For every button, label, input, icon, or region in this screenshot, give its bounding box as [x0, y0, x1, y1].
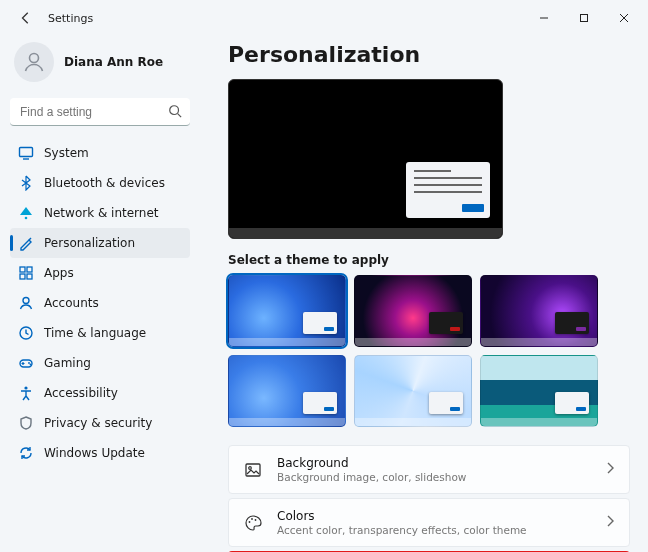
system-icon — [18, 145, 34, 161]
back-button[interactable] — [10, 2, 42, 34]
svg-point-20 — [249, 521, 251, 523]
theme-option-4[interactable] — [354, 355, 472, 427]
setting-text: BackgroundBackground image, color, slide… — [277, 456, 591, 483]
theme-mini-preview — [429, 392, 463, 414]
setting-subtitle: Background image, color, slideshow — [277, 471, 591, 483]
sidebar-item-time-language[interactable]: Time & language — [10, 318, 190, 348]
svg-point-16 — [30, 364, 32, 366]
close-button[interactable] — [604, 4, 644, 32]
avatar — [14, 42, 54, 82]
theme-mini-preview — [303, 312, 337, 334]
bluetooth-icon — [18, 175, 34, 191]
search-box — [10, 98, 190, 126]
svg-rect-8 — [20, 267, 25, 272]
svg-line-4 — [178, 114, 182, 118]
network-icon — [18, 205, 34, 221]
svg-point-21 — [251, 518, 253, 520]
chevron-right-icon — [605, 515, 615, 530]
theme-option-2[interactable] — [480, 275, 598, 347]
titlebar: Settings — [0, 0, 648, 36]
theme-mini-preview — [429, 312, 463, 334]
setting-title: Background — [277, 456, 591, 470]
setting-title: Colors — [277, 509, 591, 523]
gaming-icon — [18, 355, 34, 371]
sidebar-item-label: Privacy & security — [44, 416, 152, 430]
svg-point-22 — [255, 519, 257, 521]
time-icon — [18, 325, 34, 341]
svg-rect-1 — [581, 15, 588, 22]
minimize-button[interactable] — [524, 4, 564, 32]
theme-mini-preview — [555, 312, 589, 334]
app-title: Settings — [48, 12, 93, 25]
window-controls — [524, 4, 644, 32]
sidebar-item-bluetooth-devices[interactable]: Bluetooth & devices — [10, 168, 190, 198]
sidebar-item-personalization[interactable]: Personalization — [10, 228, 190, 258]
svg-point-12 — [23, 298, 29, 304]
sidebar-item-label: Bluetooth & devices — [44, 176, 165, 190]
personalization-icon — [18, 235, 34, 251]
sidebar-item-label: Gaming — [44, 356, 91, 370]
desktop-preview — [228, 79, 503, 239]
svg-point-3 — [170, 106, 179, 115]
svg-rect-9 — [27, 267, 32, 272]
nav: SystemBluetooth & devicesNetwork & inter… — [10, 138, 190, 468]
setting-row-background[interactable]: BackgroundBackground image, color, slide… — [228, 445, 630, 494]
sidebar-item-label: Time & language — [44, 326, 146, 340]
svg-rect-10 — [20, 274, 25, 279]
search-icon — [168, 104, 182, 121]
sidebar-item-label: Windows Update — [44, 446, 145, 460]
svg-rect-18 — [246, 464, 260, 476]
setting-row-colors[interactable]: ColorsAccent color, transparency effects… — [228, 498, 630, 547]
sidebar-item-label: Apps — [44, 266, 74, 280]
sidebar: Diana Ann Roe SystemBluetooth & devicesN… — [0, 36, 200, 552]
theme-option-5[interactable] — [480, 355, 598, 427]
svg-point-15 — [28, 362, 30, 364]
theme-option-1[interactable] — [354, 275, 472, 347]
svg-point-19 — [249, 466, 252, 469]
svg-point-2 — [30, 54, 39, 63]
profile-name: Diana Ann Roe — [64, 55, 163, 69]
image-icon — [243, 460, 263, 480]
sidebar-item-label: Personalization — [44, 236, 135, 250]
svg-point-17 — [24, 386, 27, 389]
accounts-icon — [18, 295, 34, 311]
sidebar-item-system[interactable]: System — [10, 138, 190, 168]
sidebar-item-network-internet[interactable]: Network & internet — [10, 198, 190, 228]
sidebar-item-label: Accounts — [44, 296, 99, 310]
sidebar-item-label: Accessibility — [44, 386, 118, 400]
content: Personalization Select a theme to apply … — [200, 36, 648, 552]
themes-label: Select a theme to apply — [228, 253, 630, 267]
sidebar-item-accessibility[interactable]: Accessibility — [10, 378, 190, 408]
theme-mini-preview — [303, 392, 337, 414]
profile[interactable]: Diana Ann Roe — [10, 36, 190, 98]
setting-text: ColorsAccent color, transparency effects… — [277, 509, 591, 536]
theme-option-3[interactable] — [228, 355, 346, 427]
sidebar-item-accounts[interactable]: Accounts — [10, 288, 190, 318]
svg-point-7 — [25, 217, 28, 220]
sidebar-item-gaming[interactable]: Gaming — [10, 348, 190, 378]
palette-icon — [243, 513, 263, 533]
theme-grid — [228, 275, 630, 427]
sidebar-item-label: System — [44, 146, 89, 160]
theme-option-0[interactable] — [228, 275, 346, 347]
chevron-right-icon — [605, 462, 615, 477]
preview-window — [406, 162, 490, 218]
sidebar-item-label: Network & internet — [44, 206, 159, 220]
sidebar-item-windows-update[interactable]: Windows Update — [10, 438, 190, 468]
svg-rect-11 — [27, 274, 32, 279]
sidebar-item-privacy-security[interactable]: Privacy & security — [10, 408, 190, 438]
update-icon — [18, 445, 34, 461]
theme-mini-preview — [555, 392, 589, 414]
page-title: Personalization — [228, 42, 630, 67]
svg-rect-5 — [20, 148, 33, 157]
apps-icon — [18, 265, 34, 281]
privacy-icon — [18, 415, 34, 431]
setting-subtitle: Accent color, transparency effects, colo… — [277, 524, 591, 536]
settings-list: BackgroundBackground image, color, slide… — [228, 445, 630, 552]
sidebar-item-apps[interactable]: Apps — [10, 258, 190, 288]
search-input[interactable] — [10, 98, 190, 126]
accessibility-icon — [18, 385, 34, 401]
maximize-button[interactable] — [564, 4, 604, 32]
